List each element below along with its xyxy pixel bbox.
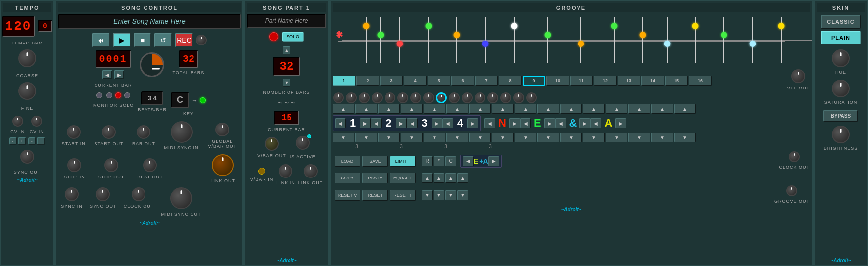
seq-btn-9[interactable]: 9 (523, 76, 545, 86)
hue-knob[interactable] (832, 49, 850, 67)
num1-left-arrow[interactable]: ◀ (335, 118, 346, 128)
down-arrow-12[interactable]: ▼ (583, 133, 605, 142)
down-arrow-16[interactable]: ▼ (674, 133, 696, 142)
vel-out-knob[interactable] (791, 69, 805, 83)
vbar-out-knob[interactable] (265, 137, 279, 151)
groove-knob-14[interactable] (500, 92, 511, 103)
groove-node-9[interactable] (578, 41, 584, 47)
groove-knob-10[interactable] (449, 92, 460, 103)
cv-minus-1[interactable]: - (9, 137, 17, 145)
groove-knob-8[interactable] (423, 92, 434, 103)
up-arrow-8[interactable]: ▲ (492, 104, 514, 114)
up-arrow-2[interactable]: ▲ (355, 104, 377, 114)
link-in-knob[interactable] (279, 164, 292, 178)
groove-knob-12[interactable] (475, 92, 485, 103)
seq-btn-7[interactable]: 7 (475, 76, 498, 86)
limit-t-btn[interactable]: LIMIT T (390, 156, 416, 167)
down-arrow-3[interactable]: ▼ (378, 133, 400, 142)
midi-sync-out-knob[interactable] (170, 187, 192, 209)
groove-down-3[interactable]: ▼ (445, 190, 456, 200)
seq-btn-14[interactable]: 14 (641, 76, 664, 86)
groove-up-4[interactable]: ▲ (457, 173, 468, 183)
a-right-arrow[interactable]: ▶ (615, 118, 626, 128)
groove-up-3[interactable]: ▲ (445, 173, 456, 183)
groove-node-1[interactable] (363, 23, 370, 29)
seq-btn-3[interactable]: 3 (380, 76, 403, 86)
rec-btn[interactable]: REC (175, 33, 193, 47)
seq-btn-6[interactable]: 6 (451, 76, 474, 86)
current-bar-right[interactable]: ▶ (114, 70, 124, 79)
num4-right-arrow[interactable]: ▶ (467, 118, 478, 128)
groove-node-5[interactable] (454, 32, 460, 38)
down-arrow-11[interactable]: ▼ (560, 133, 582, 142)
groove-up-1[interactable]: ▲ (422, 173, 433, 183)
groove-knob-9[interactable] (436, 92, 447, 103)
brightness-knob[interactable] (832, 126, 850, 143)
up-arrow-4[interactable]: ▲ (401, 104, 423, 114)
link-out-part-knob[interactable] (304, 164, 318, 178)
seq-btn-4[interactable]: 4 (404, 76, 427, 86)
stop-in-knob[interactable] (67, 158, 81, 172)
part-solo-btn[interactable]: SOLO (282, 32, 303, 42)
down-arrow-7[interactable]: ▼ (469, 133, 491, 142)
classic-btn[interactable]: CLASSIC (821, 15, 861, 29)
asterisk-btn[interactable]: * (434, 156, 444, 166)
groove-knob-1[interactable] (333, 92, 344, 103)
amp-right-arrow[interactable]: ▶ (579, 118, 590, 128)
groove-knob-13[interactable] (487, 92, 498, 103)
groove-knob-3[interactable] (359, 92, 370, 103)
groove-knob-11[interactable] (462, 92, 473, 103)
down-arrow-14[interactable]: ▼ (628, 133, 650, 142)
num1-right-arrow[interactable]: ▶ (360, 118, 371, 128)
up-arrow-13[interactable]: ▲ (606, 104, 627, 114)
seq-btn-12[interactable]: 12 (594, 76, 617, 86)
down-arrow-15[interactable]: ▼ (651, 133, 673, 142)
up-arrow-9[interactable]: ▲ (515, 104, 536, 114)
up-arrow-14[interactable]: ▲ (628, 104, 650, 114)
stop-btn[interactable]: ■ (134, 33, 151, 47)
load-btn[interactable]: LOAD (335, 156, 360, 167)
seq-btn-15[interactable]: 15 (665, 76, 688, 86)
up-arrow-16[interactable]: ▲ (674, 104, 696, 114)
groove-node-13[interactable] (692, 23, 699, 29)
seq-btn-1[interactable]: 1 (333, 76, 355, 86)
groove-node-10[interactable] (611, 23, 618, 29)
groove-node-8[interactable] (544, 32, 551, 38)
seq-btn-13[interactable]: 13 (618, 76, 640, 86)
start-out-knob[interactable] (102, 125, 116, 139)
saturation-knob[interactable] (832, 80, 850, 97)
sync-out-knob[interactable] (20, 150, 34, 164)
stop-out-knob[interactable] (104, 158, 118, 172)
paste-btn[interactable]: PASTE (362, 173, 388, 183)
e-left-arrow[interactable]: ◀ (520, 118, 531, 128)
midi-sync-in-knob[interactable] (171, 121, 193, 143)
groove-node-7[interactable] (511, 23, 518, 29)
n-right-arrow[interactable]: ▶ (509, 118, 520, 128)
groove-node-11[interactable] (640, 32, 646, 38)
reset-v-btn[interactable]: RESET V (335, 190, 360, 201)
ea-left-arrow[interactable]: ◀ (463, 156, 474, 166)
groove-knob-15[interactable] (513, 92, 524, 103)
tempo-pie[interactable] (140, 52, 164, 77)
loop-btn[interactable]: ↺ (154, 33, 172, 47)
up-arrow-11[interactable]: ▲ (560, 104, 582, 114)
e-right-arrow[interactable]: ▶ (544, 118, 555, 128)
cv-in-knob-2[interactable] (31, 116, 42, 127)
groove-node-16[interactable] (778, 23, 784, 29)
groove-knob-16[interactable] (526, 92, 537, 103)
groove-node-14[interactable] (721, 32, 727, 38)
down-arrow-4[interactable]: ▼ (401, 133, 423, 142)
seq-btn-10[interactable]: 10 (546, 76, 569, 86)
groove-node-3[interactable] (396, 41, 403, 47)
cv-plus-1[interactable]: + (18, 137, 26, 145)
groove-knob-2[interactable] (346, 92, 357, 103)
groove-node-15[interactable] (750, 41, 756, 47)
bar-out-knob[interactable] (137, 125, 150, 139)
num-bars-up[interactable]: ▲ (283, 46, 290, 54)
r-btn[interactable]: R (422, 156, 433, 166)
plain-btn[interactable]: PLAIN (821, 31, 861, 44)
groove-knob-4[interactable] (372, 92, 383, 103)
link-out-knob[interactable] (212, 154, 234, 176)
clock-out-knob[interactable] (132, 187, 145, 201)
rec-knob[interactable] (196, 35, 207, 45)
